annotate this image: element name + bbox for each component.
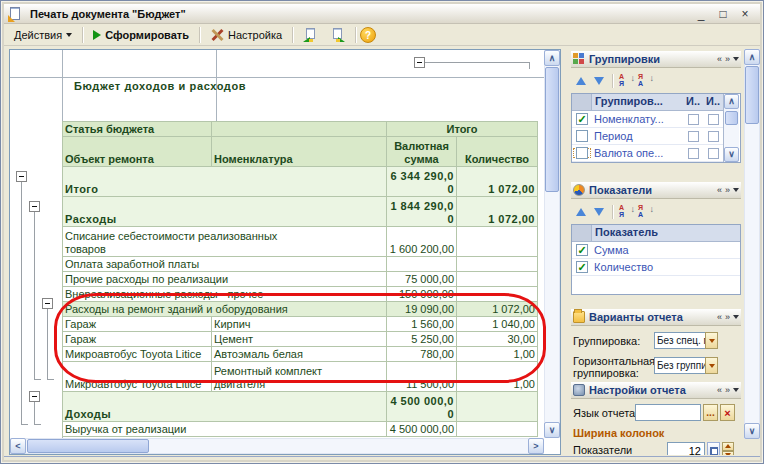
checkbox-cell[interactable]: ✓: [572, 261, 592, 273]
list-row[interactable]: ✓Номенклату...: [572, 111, 723, 128]
checkbox-checked[interactable]: ✓: [576, 261, 588, 273]
cell-label[interactable]: Расходы: [63, 197, 387, 227]
grouping-combo[interactable]: Без спец. гру: [654, 332, 718, 349]
header-article[interactable]: Статья бюджета: [63, 122, 212, 137]
checkbox-cell[interactable]: [572, 130, 592, 142]
list-item-label[interactable]: Количество: [592, 261, 740, 273]
indicators-header-name-col[interactable]: Показатель: [592, 225, 740, 241]
groupings-scroll-down-button[interactable]: ∨: [724, 147, 739, 162]
collapse-panel-icon[interactable]: [733, 315, 739, 319]
hierarchy-cell[interactable]: [683, 148, 703, 159]
report-scroll-down-button[interactable]: ∨: [544, 422, 560, 438]
checkbox-cell[interactable]: ✓: [572, 244, 592, 256]
report-hscroll-thumb[interactable]: [27, 439, 149, 453]
sort-desc-button[interactable]: ЯА ↓: [637, 204, 654, 220]
groupings-scroll-thumb[interactable]: [725, 111, 738, 125]
language-input[interactable]: [635, 404, 701, 421]
maximize-button[interactable]: □: [716, 7, 730, 21]
header-empty[interactable]: [212, 122, 387, 137]
cell-label[interactable]: Выручка от реализации: [63, 422, 387, 437]
row-group-collapse-box-income[interactable]: [29, 391, 40, 402]
close-button[interactable]: ×: [738, 7, 752, 21]
spin-down-button[interactable]: [722, 451, 734, 456]
cell-amount[interactable]: 4 500 000,00: [387, 392, 457, 422]
cell-qty[interactable]: 1 072,00: [457, 197, 538, 227]
cell-qty[interactable]: 1,00: [457, 362, 538, 392]
cell-nom[interactable]: Кирпич: [212, 317, 387, 332]
cell-qty[interactable]: 1 040,00: [457, 317, 538, 332]
cell-qty[interactable]: [457, 272, 538, 287]
list-row[interactable]: Период: [572, 128, 723, 145]
cell-amount[interactable]: 1 560,00: [387, 317, 457, 332]
checkbox-unchecked[interactable]: [708, 148, 719, 159]
collapse-panel-icon[interactable]: [733, 57, 739, 61]
indicators-empty-row[interactable]: [572, 276, 740, 294]
cell-label[interactable]: Микроавтобус Toyota Litice: [63, 347, 212, 362]
cell-amount[interactable]: [387, 257, 457, 272]
checkbox-unchecked[interactable]: [576, 130, 588, 142]
generate-button[interactable]: Сформировать: [87, 26, 195, 45]
report-scroll-left-button[interactable]: <: [10, 438, 26, 454]
actions-button[interactable]: Действия: [8, 26, 78, 45]
load-settings-button[interactable]: [297, 26, 324, 45]
cell-amount[interactable]: 19 090,00: [387, 302, 457, 317]
header-currency-amount[interactable]: Валютная сумма: [387, 137, 457, 167]
cell-qty[interactable]: 30,00: [457, 332, 538, 347]
list-row[interactable]: ✓Сумма: [572, 242, 740, 259]
cell-qty[interactable]: [457, 392, 538, 422]
cell-amount[interactable]: 1 600 200,00: [387, 227, 457, 257]
move-down-button[interactable]: [591, 204, 607, 220]
move-down-button[interactable]: [591, 73, 607, 89]
cell-qty[interactable]: [457, 422, 538, 437]
spin-up-button[interactable]: [722, 442, 734, 451]
collapse-panel-icon[interactable]: [733, 188, 739, 192]
cell-amount[interactable]: 780,00: [387, 347, 457, 362]
indicators-width-picker-button[interactable]: [707, 442, 720, 455]
cell-amount[interactable]: 6 344 290,00: [387, 167, 457, 197]
checkbox-checked[interactable]: ✓: [576, 113, 588, 125]
cell-amount[interactable]: 150 000,00: [387, 287, 457, 302]
list-item-label[interactable]: Период: [592, 130, 683, 142]
collapse-right-icon[interactable]: »: [725, 185, 730, 195]
collapse-right-icon[interactable]: »: [725, 312, 730, 322]
checkbox-cell[interactable]: ✓: [572, 113, 592, 125]
sort-asc-button[interactable]: АЯ ↓: [618, 73, 635, 89]
cell-label[interactable]: Списание себестоимости реализованных тов…: [63, 227, 387, 257]
list-item-label[interactable]: Номенклату...: [592, 113, 683, 125]
list-item-label[interactable]: Сумма: [592, 244, 740, 256]
groupings-header-i2-col[interactable]: И..: [703, 94, 723, 110]
settings-header[interactable]: Настройки отчета « »: [571, 382, 741, 399]
save-settings-button[interactable]: [324, 26, 351, 45]
horizontal-grouping-combo-dropdown-button[interactable]: [705, 357, 718, 374]
cell-nom[interactable]: Автоэмаль белая: [212, 347, 387, 362]
header-nomenclature[interactable]: Номенклатура: [212, 137, 387, 167]
groupings-header[interactable]: Группировки « »: [571, 51, 741, 68]
minimize-button[interactable]: _: [694, 7, 708, 21]
cell-amount[interactable]: 5 250,00: [387, 332, 457, 347]
list-row[interactable]: Валюта опе...: [572, 145, 723, 162]
cell-qty[interactable]: 1 072,00: [457, 167, 538, 197]
column-group-collapse-box[interactable]: [414, 57, 425, 68]
header-object[interactable]: Объект ремонта: [63, 137, 212, 167]
side-vscroll-thumb[interactable]: [745, 66, 759, 124]
move-up-button[interactable]: [573, 73, 589, 89]
collapse-left-icon[interactable]: «: [717, 385, 722, 395]
cell-label[interactable]: Оплата заработной платы: [63, 257, 387, 272]
cell-label[interactable]: Микроавтобус Toyota Litice: [63, 362, 212, 392]
cell-label[interactable]: Доходы: [63, 392, 387, 422]
cell-label[interactable]: Прочие расходы по реализации: [63, 272, 387, 287]
collapse-left-icon[interactable]: «: [717, 54, 722, 64]
cell-qty[interactable]: 1 072,00: [457, 302, 538, 317]
checkbox-unchecked[interactable]: [708, 131, 719, 142]
collapse-left-icon[interactable]: «: [717, 312, 722, 322]
collapse-right-icon[interactable]: »: [725, 54, 730, 64]
hierarchy-cell[interactable]: [703, 114, 723, 125]
header-quantity[interactable]: Количество: [457, 137, 538, 167]
cell-label[interactable]: Гараж: [63, 332, 212, 347]
row-group-collapse-box-repair[interactable]: [42, 298, 53, 309]
hierarchy-cell[interactable]: [703, 131, 723, 142]
report-scroll-right-button[interactable]: >: [528, 438, 544, 454]
help-button[interactable]: ?: [360, 27, 376, 43]
row-group-collapse-box-total[interactable]: [16, 171, 27, 182]
checkbox-cell[interactable]: [572, 147, 592, 159]
